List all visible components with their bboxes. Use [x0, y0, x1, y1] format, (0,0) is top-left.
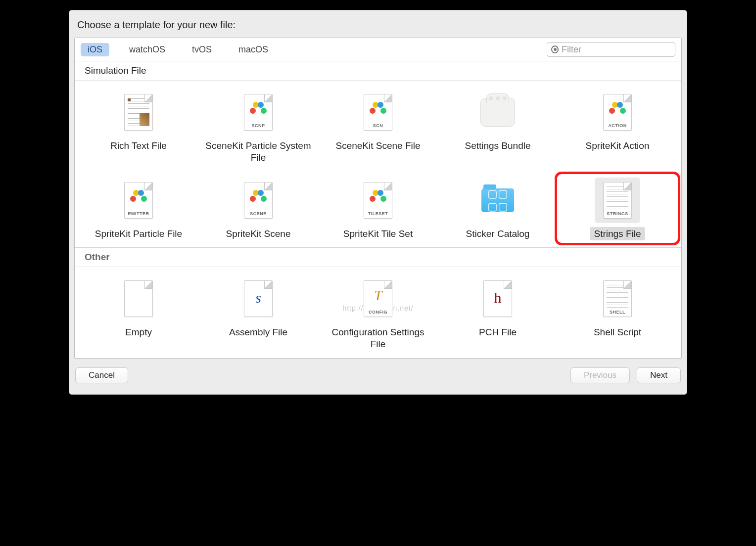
template-empty[interactable]: . Empty	[79, 274, 198, 353]
shell-file-icon: SHELL	[603, 280, 632, 317]
template-label: Settings Bundle	[461, 139, 534, 153]
template-label: SpriteKit Particle File	[91, 227, 186, 241]
template-rich-text-file[interactable]: Rich Text File	[79, 88, 198, 167]
dialog-footer: Cancel Previous Next	[69, 359, 687, 394]
template-label: Shell Script	[590, 325, 645, 339]
scn-file-icon: SCN	[364, 94, 392, 131]
template-label: SceneKit Scene File	[331, 139, 424, 153]
assembly-file-icon: s	[244, 280, 273, 317]
filter-icon	[551, 46, 559, 53]
previous-button: Previous	[570, 367, 630, 383]
template-pch-file[interactable]: h PCH File	[438, 274, 558, 353]
pch-file-icon: h	[483, 280, 512, 317]
template-spritekit-particle-file[interactable]: EMITTER SpriteKit Particle File	[79, 176, 198, 243]
cancel-button[interactable]: Cancel	[75, 367, 128, 383]
emitter-file-icon: EMITTER	[124, 182, 153, 219]
new-file-template-dialog: Choose a template for your new file: iOS…	[69, 10, 687, 395]
template-label: SceneKit Particle System File	[201, 139, 315, 165]
platform-tab-tvos[interactable]: tvOS	[185, 43, 219, 56]
section-header-simulation: Simulation File	[75, 61, 681, 81]
blank-file-icon: .	[124, 280, 153, 317]
template-label: Assembly File	[225, 325, 291, 339]
template-strings-file[interactable]: STRINGS Strings File	[558, 176, 677, 243]
platform-tab-ios[interactable]: iOS	[81, 43, 109, 56]
template-grid-other: . Empty s Assembly File TCONFIG Configur…	[75, 267, 681, 358]
template-spritekit-scene[interactable]: SCENE SpriteKit Scene	[198, 176, 318, 243]
scene-file-icon: SCENE	[244, 182, 273, 219]
action-file-icon: ACTION	[603, 94, 632, 131]
bundle-icon	[480, 98, 515, 127]
template-scenekit-scene-file[interactable]: SCN SceneKit Scene File	[318, 88, 438, 167]
template-scenekit-particle-system[interactable]: SCNP SceneKit Particle System File	[198, 88, 318, 167]
next-button[interactable]: Next	[637, 367, 681, 383]
section-header-other: Other	[75, 247, 681, 267]
template-sticker-catalog[interactable]: ▢▢▢▢ Sticker Catalog	[438, 176, 558, 243]
template-label: SpriteKit Tile Set	[339, 227, 417, 241]
template-label: SpriteKit Action	[582, 139, 654, 153]
template-label: Configuration Settings File	[321, 325, 435, 351]
filter-input[interactable]	[562, 45, 671, 55]
filter-field[interactable]	[547, 42, 675, 57]
rtf-file-icon	[124, 94, 153, 131]
strings-file-icon: STRINGS	[603, 182, 632, 219]
platform-tab-macos[interactable]: macOS	[232, 43, 275, 56]
template-label: SpriteKit Scene	[222, 227, 295, 241]
template-spritekit-tile-set[interactable]: TILESET SpriteKit Tile Set	[318, 176, 438, 243]
dialog-title: Choose a template for your new file:	[69, 10, 687, 38]
template-shell-script[interactable]: SHELL Shell Script	[558, 274, 677, 353]
tileset-file-icon: TILESET	[364, 182, 392, 219]
template-label: Rich Text File	[106, 139, 171, 153]
template-label: PCH File	[475, 325, 520, 339]
template-settings-bundle[interactable]: Settings Bundle	[438, 88, 558, 167]
platform-tab-watchos[interactable]: watchOS	[122, 43, 172, 56]
folder-icon: ▢▢▢▢	[481, 188, 514, 212]
content-area: iOS watchOS tvOS macOS Simulation File h…	[74, 38, 682, 359]
scnp-file-icon: SCNP	[244, 94, 273, 131]
template-assembly-file[interactable]: s Assembly File	[198, 274, 318, 353]
template-label: Empty	[121, 325, 156, 339]
config-file-icon: TCONFIG	[364, 280, 392, 317]
template-label: Sticker Catalog	[462, 227, 534, 241]
template-label: Strings File	[590, 227, 645, 241]
template-spritekit-action[interactable]: ACTION SpriteKit Action	[558, 88, 677, 167]
template-grid-simulation: http://blog.csdn.net/ Rich Text File SCN…	[75, 81, 681, 247]
template-configuration-settings-file[interactable]: TCONFIG Configuration Settings File	[318, 274, 438, 353]
platform-tab-bar: iOS watchOS tvOS macOS	[75, 38, 681, 61]
